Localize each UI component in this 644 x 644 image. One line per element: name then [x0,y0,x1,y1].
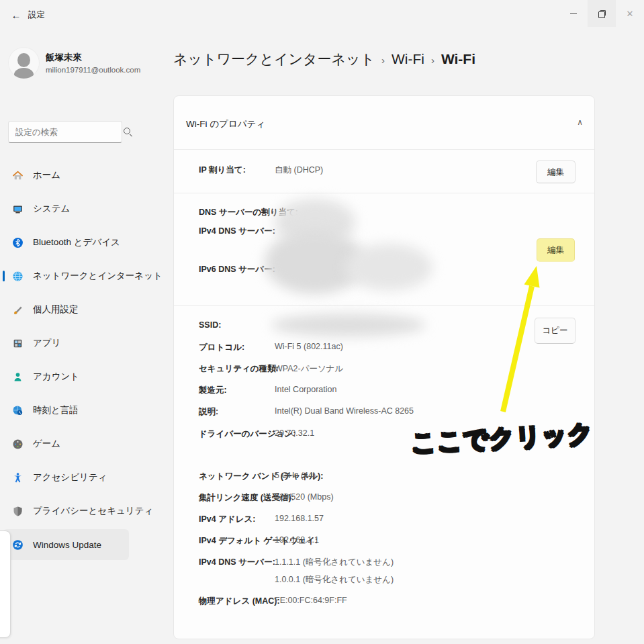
minimize-button[interactable] [559,0,588,27]
system-icon [12,203,24,215]
breadcrumb-separator: › [381,54,385,66]
sidebar-item-label: アクセシビリティ [33,471,107,484]
sidebar-item-label: 個人用設定 [33,304,79,316]
profile-name: 飯塚未來 [46,52,140,64]
sidebar-item-accessibility[interactable]: アクセシビリティ [3,461,161,494]
titlebar: ← 設定 ✕ [0,0,644,30]
ipv4-dns-servers-value-2: 1.0.0.1 (暗号化されていません) [275,574,394,586]
ipv4-gateway-value: 192.168.1.1 [275,535,319,545]
breadcrumb: ネットワークとインターネット › Wi-Fi › Wi-Fi [173,50,475,68]
manufacturer-label: 製造元: [199,385,227,396]
sidebar-item-label: ゲーム [33,438,60,450]
profile[interactable]: 飯塚未來 milion197911@outlook.com [8,47,140,79]
close-button[interactable]: ✕ [616,0,644,27]
apps-icon [12,338,24,349]
breadcrumb-current: Wi-Fi [441,51,475,67]
redacted-ssid-value [271,314,426,336]
sidebar-item-bluetooth-devices[interactable]: Bluetooth とデバイス [3,226,161,259]
breadcrumb-network-internet[interactable]: ネットワークとインターネット [173,50,375,68]
protocol-value: Wi-Fi 5 (802.11ac) [275,342,343,351]
mac-address-value: FE:00:FC:64:9F:FF [275,596,347,605]
dns-section: DNS サーバーの割り当て: IPv4 DNS サーバー: IPv6 DNS サ… [174,193,594,306]
sidebar-item-label: ネットワークとインターネット [33,270,163,282]
ip-assignment-value: 自動 (DHCP) [275,165,323,176]
flyout-fragment [0,531,11,638]
sidebar-nav: ホーム システム Bluetooth とデバイス ネットワークとインターネット … [3,158,161,561]
home-icon [12,170,24,181]
security-type-label: セキュリティの種類: [199,363,279,375]
sidebar-item-label: アカウント [33,371,79,383]
sidebar-item-label: システム [33,203,70,215]
sidebar-item-gaming[interactable]: ゲーム [3,427,161,461]
protocol-label: プロトコル: [199,342,244,353]
ipv6-dns-label: IPv6 DNS サーバー: [199,264,275,275]
back-icon: ← [11,9,21,21]
restore-icon [598,10,606,17]
ipv4-dns-servers-label: IPv4 DNS サーバー: [199,557,275,568]
windows-update-icon [12,539,24,551]
network-icon [12,271,24,282]
ipv4-address-value: 192.168.1.57 [275,514,324,523]
sidebar-item-label: 時刻と言語 [33,404,79,416]
sidebar-item-system[interactable]: システム [3,192,161,226]
sidebar-item-label: Windows Update [33,540,101,550]
driver-version-value: 20.70.32.1 [275,428,314,438]
sidebar-item-apps[interactable]: アプリ [3,326,161,360]
ssid-label: SSID: [199,320,221,330]
wifi-properties-header[interactable]: Wi-Fi のプロパティ ∧ [174,96,594,150]
breadcrumb-separator: › [431,54,434,66]
sidebar-item-label: アプリ [33,337,60,349]
sidebar-item-label: ホーム [33,169,60,181]
accounts-icon [12,371,24,383]
app-title: 設定 [28,9,45,21]
wifi-details-section: SSID: コピー プロトコル: Wi-Fi 5 (802.11ac) セキュリ… [174,306,594,639]
search-box[interactable] [8,121,122,143]
sidebar-item-network-internet[interactable]: ネットワークとインターネット [3,259,161,293]
sidebar: 飯塚未來 milion197911@outlook.com ホーム システム B… [0,30,164,644]
sidebar-item-label: プライバシーとセキュリティ [33,505,153,517]
ipv4-dns-servers-value: 1.1.1.1 (暗号化されていません) [275,557,394,568]
bluetooth-icon [12,237,24,248]
ip-assignment-label: IP 割り当て: [199,165,246,176]
sidebar-item-time-language[interactable]: 時刻と言語 [3,394,161,427]
minimize-icon [570,13,577,14]
search-icon [124,128,132,136]
avatar [8,47,40,79]
time-language-icon [12,405,24,416]
network-band-value: 5 GHz (44) [275,471,316,480]
description-label: 説明: [199,406,218,418]
accessibility-icon [12,472,24,484]
sidebar-item-home[interactable]: ホーム [3,158,161,192]
ipv4-dns-label: IPv4 DNS サーバー: [199,226,275,237]
mac-address-label: 物理アドレス (MAC): [199,596,280,607]
breadcrumb-wifi[interactable]: Wi-Fi [392,51,424,67]
sidebar-item-windows-update[interactable]: Windows Update [3,529,129,560]
personalization-icon [12,304,24,316]
description-value: Intel(R) Dual Band Wireless-AC 8265 [275,406,414,416]
redacted-dns-values [345,244,432,291]
sidebar-item-label: Bluetooth とデバイス [33,236,120,248]
search-input[interactable] [15,128,124,137]
sidebar-item-accounts[interactable]: アカウント [3,360,161,394]
wifi-properties-card: Wi-Fi のプロパティ ∧ IP 割り当て: 自動 (DHCP) 編集 DNS… [173,95,595,639]
ipv4-address-label: IPv4 アドレス: [199,514,256,525]
window-controls: ✕ [559,0,644,27]
restore-button[interactable] [588,0,616,27]
link-speed-value: 520/520 (Mbps) [275,492,334,502]
privacy-shield-icon [12,506,24,517]
main-content: ネットワークとインターネット › Wi-Fi › Wi-Fi Wi-Fi のプロ… [164,30,644,644]
back-button[interactable]: ← [7,5,26,24]
sidebar-item-privacy-security[interactable]: プライバシーとセキュリティ [3,494,161,528]
chevron-up-icon[interactable]: ∧ [577,118,583,127]
edit-ip-button[interactable]: 編集 [536,160,576,183]
gaming-icon [12,439,24,450]
sidebar-item-personalization[interactable]: 個人用設定 [3,293,161,326]
profile-email: milion197911@outlook.com [46,66,140,74]
manufacturer-value: Intel Corporation [275,385,336,394]
panel-title: Wi-Fi のプロパティ [186,118,265,130]
edit-dns-button[interactable]: 編集 [537,238,575,262]
copy-button[interactable]: コピー [535,318,576,344]
security-type-value: WPA2-パーソナル [275,363,343,375]
close-icon: ✕ [627,9,634,19]
ip-assignment-row: IP 割り当て: 自動 (DHCP) 編集 [174,150,594,193]
